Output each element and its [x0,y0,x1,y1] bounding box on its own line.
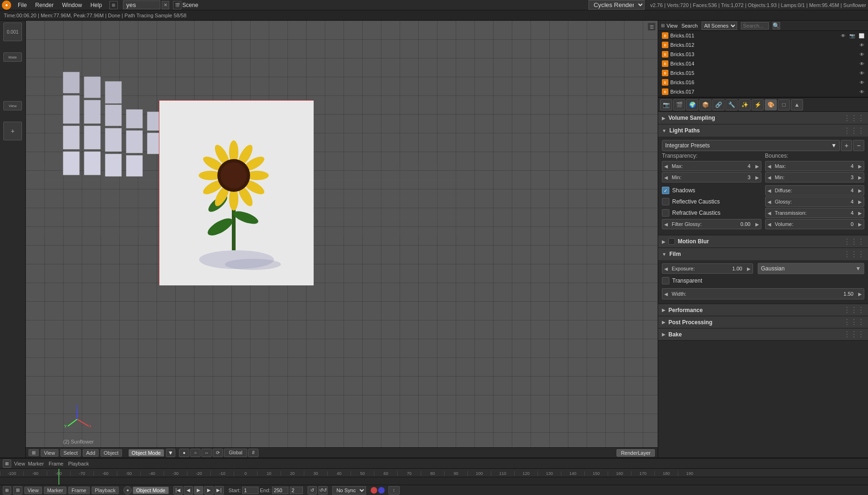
frame-label[interactable]: Frame [49,461,64,466]
shadows-checkbox[interactable] [662,187,669,194]
post-processing-header[interactable]: ▶ Post Processing ⋮⋮⋮ [658,316,868,328]
loop-btn[interactable]: ↺ [308,486,317,495]
resize-handle-btn[interactable]: ↕ [388,486,400,495]
section-options-dots[interactable]: ⋮⋮⋮ [843,114,864,123]
jump-start-btn[interactable]: |◀ [173,486,183,495]
menu-help[interactable]: Help [86,1,106,9]
all-scenes-select[interactable]: All Scenes [702,22,737,30]
sidebar-view-icon[interactable]: 0.001 [3,22,22,41]
glossy-right[interactable]: ▶ [856,197,864,207]
playback-label[interactable]: Playback [68,461,89,466]
menu-file[interactable]: File [14,1,30,9]
render-props-icon[interactable]: 📷 [660,99,672,110]
outliner-item[interactable]: B Bricks.016 👁 [658,78,868,87]
trans-max-right-arrow[interactable]: ▶ [753,161,761,171]
film-dots[interactable]: ⋮⋮⋮ [843,250,864,259]
current-frame-input[interactable] [290,487,303,494]
bounce-max-left-arrow[interactable]: ◀ [766,161,773,171]
transmission-spinner[interactable]: ◀ Transmission: 4 ▶ [765,208,865,218]
sidebar-small-btn-1[interactable]: Mate [3,52,22,62]
object-mode-btn[interactable]: Object Mode [129,449,164,457]
transparent-checkbox[interactable] [662,277,669,284]
performance-header[interactable]: ▶ Performance ⋮⋮⋮ [658,304,868,316]
bounce-min-right-arrow[interactable]: ▶ [856,172,864,182]
viewport-toggle-btn[interactable]: ☰ [647,22,656,31]
scene-name-input[interactable] [123,0,160,9]
bounce-max-spinner[interactable]: ◀ Max: 4 ▶ [765,161,865,171]
marker-label[interactable]: Marker [28,461,44,466]
vp-pivot-btn[interactable]: Global [224,449,247,457]
timeline-playhead[interactable] [58,469,59,485]
exposure-right-arrow[interactable]: ▶ [745,263,753,274]
trans-max-spinner[interactable]: ◀ Max: 4 ▶ [662,161,761,171]
eye-icon-6[interactable]: 👁 [860,80,864,85]
mode-dropdown-btn[interactable]: ▼ [166,449,175,457]
volume-right[interactable]: ▶ [856,219,864,229]
eye-icon-4[interactable]: 👁 [860,61,864,66]
end-frame-input[interactable] [272,487,288,494]
viewport-canvas[interactable]: X Y Z ☰ [26,21,658,447]
light-paths-header[interactable]: ▼ Light Paths ⋮⋮⋮ [658,124,868,137]
mb-dots[interactable]: ⋮⋮⋮ [843,237,864,246]
diffuse-left[interactable]: ◀ [766,185,773,196]
bake-dots[interactable]: ⋮⋮⋮ [843,330,864,339]
vp-tool-3[interactable]: ↔ [201,449,212,457]
eye-icon-3[interactable]: 👁 [860,52,864,57]
eye-icon-1[interactable]: 👁 [841,33,846,38]
constraint-props-icon[interactable]: 🔗 [712,99,725,110]
reflective-caustics-checkbox[interactable] [662,198,669,205]
viewport-mode-icon[interactable]: ⊞ [29,449,39,456]
play-btn[interactable]: ▶ [194,486,203,495]
trans-max-left-arrow[interactable]: ◀ [662,161,670,171]
tl-frame-btn[interactable]: Frame [68,487,90,494]
timeline-type-icon[interactable]: ⊞ [3,459,11,468]
width-spinner[interactable]: ◀ Width: 1.50 ▶ [662,288,864,299]
viewport-view-btn[interactable]: View [41,449,58,457]
world-props-icon[interactable]: 🌍 [686,99,698,110]
object-props-icon[interactable]: 📦 [699,99,711,110]
search-icon[interactable]: 🔍 [773,22,780,29]
modifier-props-icon[interactable]: 🔧 [725,99,738,110]
vp-tool-4[interactable]: ⟳ [213,449,223,457]
eye-icon-2[interactable]: 👁 [860,43,864,48]
pp-dots[interactable]: ⋮⋮⋮ [843,318,864,327]
transmission-right[interactable]: ▶ [856,208,864,218]
editor-type-icon[interactable]: ⊞ [109,1,118,9]
diffuse-right[interactable]: ▶ [856,185,864,196]
data-props-icon[interactable]: ▲ [791,99,803,110]
start-frame-input[interactable] [242,487,258,494]
vp-tool-1[interactable]: ● [179,449,189,457]
filter-type-dropdown[interactable]: Gaussian ▼ [758,263,864,274]
render-layer-btn[interactable]: RenderLayer [617,449,655,457]
filter-glossy-right[interactable]: ▶ [753,219,761,229]
tl-view-btn[interactable]: View [24,487,42,494]
sync-select[interactable]: No Sync [332,486,366,495]
play-mode-btn[interactable] [378,487,385,494]
sidebar-view-btn[interactable]: View [3,101,22,110]
bounce-min-left-arrow[interactable]: ◀ [766,172,773,182]
loop2-btn[interactable]: ↺↺ [318,486,328,495]
filter-glossy-spinner[interactable]: ◀ Filter Glossy: 0.00 ▶ [662,219,761,229]
object-mode-display[interactable]: Object Mode [133,487,168,494]
outliner-item[interactable]: B Bricks.015 👁 [658,68,868,78]
material-props-icon[interactable]: 🎨 [765,99,777,110]
render-icon-1[interactable]: ⬜ [859,33,864,38]
viewport-btn[interactable]: ⊞ [13,486,22,495]
transmission-left[interactable]: ◀ [766,208,773,218]
integrator-preset-bar[interactable]: Integrator Presets ▼ [662,140,840,151]
width-left-arrow[interactable]: ◀ [662,289,670,299]
jump-next-btn[interactable]: ▶ [204,486,214,495]
eye-icon-7[interactable]: 👁 [860,89,864,95]
trans-min-spinner[interactable]: ◀ Min: 3 ▶ [662,172,761,182]
bake-header[interactable]: ▶ Bake ⋮⋮⋮ [658,328,868,341]
exposure-spinner[interactable]: ◀ Exposure: 1.00 ▶ [662,263,753,274]
glossy-left[interactable]: ◀ [766,197,773,207]
scene-props-icon[interactable]: 🎬 [673,99,685,110]
motion-blur-header[interactable]: ▶ Motion Blur ⋮⋮⋮ [658,235,868,248]
volume-sampling-header[interactable]: ▶ Volume Sampling ⋮⋮⋮ [658,112,868,124]
menu-render[interactable]: Render [31,1,57,9]
object-mode-circle[interactable]: ● [123,486,132,495]
eye-icon-5[interactable]: 👁 [860,71,864,76]
tl-marker-btn[interactable]: Marker [44,487,66,494]
diffuse-spinner[interactable]: ◀ Diffuse: 4 ▶ [765,185,865,196]
